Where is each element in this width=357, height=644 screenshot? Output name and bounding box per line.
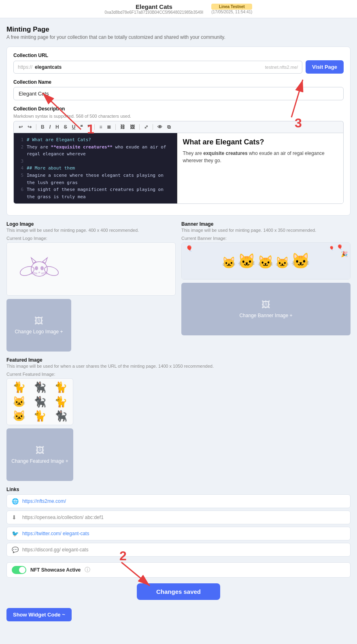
toolbar-undo[interactable]: ↩ [17, 123, 24, 131]
cat-icon-3: 🐈 [51, 381, 70, 394]
featured-placeholder-icon: 🖼 [36, 445, 45, 456]
cat-icon-8: 🐈 [30, 410, 50, 422]
link-text-twitter: https://twitter.com/ elegant-cats [22, 531, 89, 536]
editor-line-6: 6 The sight of these magnificent creatur… [18, 186, 173, 200]
preview-text: They are exquisite creatures who exude a… [183, 150, 338, 164]
visit-page-button[interactable]: Visit Page [306, 60, 344, 74]
current-banner-label: Current Banner Image: [181, 236, 351, 241]
toolbar-bold[interactable]: B [39, 123, 46, 131]
featured-label: Featured Image [6, 357, 351, 363]
editor-line-4: 4 ## More about them [18, 165, 173, 172]
change-logo-button[interactable]: 🖼 Change Logo Image + [6, 299, 71, 352]
toolbar-link[interactable]: ⛓ [119, 123, 127, 131]
banner-placeholder-icon: 🖼 [261, 300, 270, 310]
collection-name-field[interactable]: Elegant Cats [13, 87, 344, 100]
links-section: Links 🌐 https://nfts2me.com/ ⬇ https://o… [6, 487, 351, 557]
toggle-knob [19, 567, 26, 573]
current-logo-label: Current Logo Image: [6, 236, 176, 241]
change-featured-label: Change Featured Image + [11, 458, 68, 464]
svg-point-6 [40, 266, 44, 270]
url-prefix: https:// [14, 61, 35, 73]
change-featured-button[interactable]: 🖼 Change Featured Image + [6, 428, 73, 481]
preview-heading: What are Elegant Cats? [183, 138, 338, 146]
logo-current-box [6, 242, 176, 296]
description-section: Collection Description Markdown syntax i… [13, 106, 344, 204]
toolbar-splitview[interactable]: ⧉ [166, 123, 172, 131]
svg-point-0 [19, 265, 35, 278]
desc-meta: Markdown syntax is supported. 568 of 500… [13, 114, 344, 119]
toolbar-divider-5 [153, 124, 153, 130]
url-input-wrap: https:// elegantcats testnet.nfts2.me/ [13, 61, 302, 74]
network-badge: Linea Testnet [211, 4, 252, 10]
featured-desc: This image will be used for when a user … [6, 364, 351, 369]
svg-marker-7 [38, 271, 40, 273]
editor-line-3: 3 [18, 158, 173, 165]
toolbar-redo[interactable]: ↪ [26, 123, 33, 131]
discord-icon: 💬 [12, 547, 19, 553]
nft-showcase-toggle-row: NFT Showcase Active ⓘ [6, 562, 351, 578]
banner-desc: This image will be used for minting page… [181, 228, 351, 233]
link-text-discord: https://discord.gg/ elegant-cats [22, 547, 88, 553]
name-label: Collection Name [13, 79, 344, 85]
featured-section: Featured Image This image will be used f… [6, 357, 351, 481]
cat-icon-7: 🐱 [9, 410, 29, 422]
url-suffix: testnet.nfts2.me/ [261, 61, 302, 73]
logo-svg [19, 249, 60, 289]
toolbar-strikethrough[interactable]: S [62, 123, 69, 131]
collection-title: Elegant Cats [105, 3, 204, 10]
toolbar-image[interactable]: 🖼 [128, 123, 136, 131]
toolbar-preview[interactable]: 👁 [156, 123, 164, 131]
svg-point-2 [31, 262, 47, 276]
editor-line-2: 2 They are **exquisite creatures** who e… [18, 144, 173, 158]
editor-line-5: 5 Imagine a scene where these elegant ca… [18, 172, 173, 186]
banner-label: Banner Image [181, 221, 351, 227]
cat-group: 🐱 🐱 🐱 🐱 🐱 [222, 253, 310, 269]
change-logo-label: Change Logo Image + [15, 329, 63, 335]
svg-point-1 [43, 265, 60, 278]
current-featured-label: Current Featured Image: [6, 372, 351, 377]
main-content: Minting Page A free minting page for you… [0, 18, 357, 644]
cat-icon-5: 🐈‍⬛ [30, 396, 50, 408]
toolbar-ol[interactable]: ≣ [105, 123, 113, 131]
collection-url-card: Collection URL https:// elegantcats test… [6, 47, 351, 216]
toolbar-ul[interactable]: ≡ [98, 123, 104, 131]
website-icon: 🌐 [12, 498, 19, 504]
opensea-icon: ⬇ [12, 514, 19, 521]
url-row: https:// elegantcats testnet.nfts2.me/ V… [13, 60, 344, 74]
editor-preview: What are Elegant Cats? They are exquisit… [177, 133, 344, 203]
image-placeholder-icon: 🖼 [34, 316, 43, 326]
toolbar-divider-4 [139, 124, 140, 130]
logo-label: Logo Image [6, 221, 176, 227]
collection-hash: 0xa3d8bd78e6F17a87193B04CC5f9648021985b3… [105, 10, 204, 15]
editor-split: 1 # What are Elegant Cats? 2 They are **… [13, 133, 344, 204]
cat-icon-9: 🐈‍⬛ [51, 410, 70, 422]
network-time: (17/05/2025, 11:54:41) [211, 10, 252, 14]
link-row-opensea: ⬇ https://opensea.io/collection/ abc:def… [6, 511, 351, 524]
toolbar-quote[interactable]: ❝ [79, 123, 84, 131]
featured-grid: 🐈 🐈‍⬛ 🐈 🐱 🐈‍⬛ 🐈 🐱 🐈 🐈‍⬛ [6, 378, 73, 425]
change-banner-button[interactable]: 🖼 Change Banner Image + [181, 283, 351, 335]
page-title: Minting Page [6, 25, 351, 34]
toolbar-divider-1 [36, 124, 36, 130]
link-text-opensea: https://opensea.io/collection/ abc:def1 [22, 515, 104, 520]
banner-section: Banner Image This image will be used for… [181, 221, 351, 352]
save-button[interactable]: Changes saved [137, 583, 220, 600]
toolbar-italic[interactable]: I [48, 123, 52, 131]
nft-showcase-toggle[interactable] [12, 566, 26, 574]
nft-showcase-label: NFT Showcase Active [30, 567, 81, 573]
banner-img-placeholder: 🐱 🐱 🐱 🐱 🐱 🎈 🎈 🎈 🎉 [182, 243, 350, 279]
link-row-twitter: 🐦 https://twitter.com/ elegant-cats [6, 527, 351, 540]
toolbar-expand[interactable]: ⤢ [142, 123, 150, 131]
twitter-icon: 🐦 [12, 530, 19, 537]
cat-icon-1: 🐈 [9, 381, 29, 394]
svg-point-5 [35, 266, 38, 270]
widget-code-button[interactable]: Show Widget Code ~ [6, 608, 72, 621]
editor-raw[interactable]: 1 # What are Elegant Cats? 2 They are **… [14, 133, 177, 203]
toolbar-quote2[interactable]: ❞ [86, 123, 91, 131]
cat-icon-4: 🐱 [9, 396, 29, 408]
logo-section: Logo Image This image will be used for m… [6, 221, 176, 352]
preview-bold: exquisite creatures [203, 150, 247, 156]
toolbar-underline[interactable]: U [70, 123, 77, 131]
toolbar-heading[interactable]: H [54, 123, 61, 131]
url-value: elegantcats [35, 61, 261, 73]
